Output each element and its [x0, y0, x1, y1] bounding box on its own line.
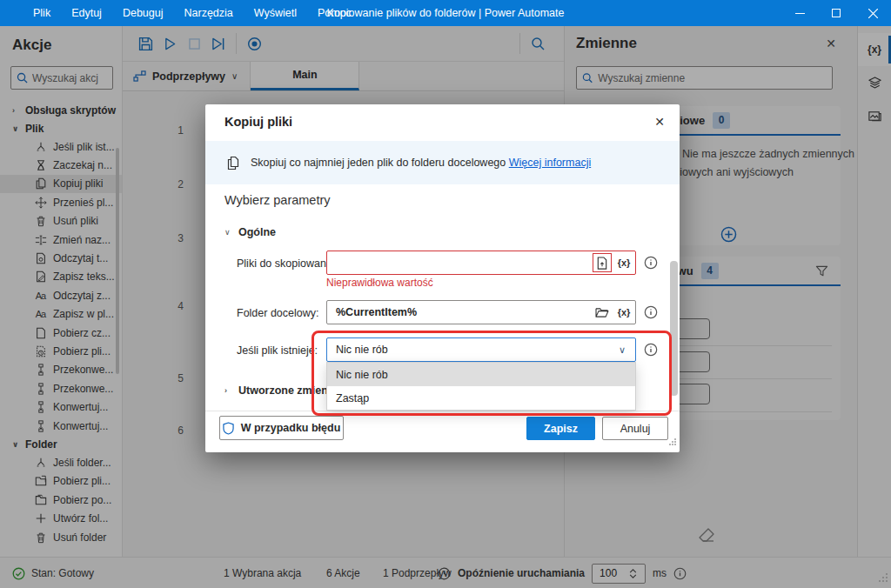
info-icon[interactable] — [644, 256, 658, 270]
chevron-down-icon: ∨ — [224, 228, 231, 237]
copy-files-dialog: Kopiuj pliki ✕ Skopiuj co najmniej jeden… — [205, 104, 680, 452]
maximize-button[interactable] — [818, 0, 854, 26]
window-controls — [781, 0, 891, 26]
created-variables-label: Utworzone zmienne — [238, 384, 340, 397]
select-file-button[interactable] — [592, 252, 613, 273]
created-variables-toggle[interactable]: › Utworzone zmienne — [224, 384, 340, 397]
destination-folder-value: %CurrentItem% — [327, 306, 592, 318]
footer-divider — [205, 411, 680, 411]
info-icon[interactable] — [644, 343, 658, 357]
on-error-button[interactable]: W przypadku błędu — [219, 416, 344, 440]
general-section-toggle[interactable]: ∨ Ogólne — [224, 226, 276, 238]
info-icon[interactable] — [644, 305, 658, 319]
files-to-copy-input[interactable]: {x} — [326, 251, 636, 275]
files-error-text: Nieprawidłowa wartość — [326, 277, 433, 289]
menu-wyświetl[interactable]: Wyświetl — [244, 0, 307, 26]
dialog-resize-grip-icon[interactable] — [668, 434, 677, 450]
cancel-button[interactable]: Anuluj — [602, 417, 668, 440]
shield-icon — [223, 422, 234, 435]
variable-picker-button[interactable]: {x} — [613, 257, 635, 268]
copy-files-icon — [226, 156, 240, 170]
select-parameters-heading: Wybierz parametry — [224, 193, 331, 207]
menu-plik[interactable]: Plik — [23, 0, 61, 26]
select-folder-button[interactable] — [592, 302, 613, 323]
destination-folder-input[interactable]: %CurrentItem% {x} — [326, 300, 636, 324]
dialog-close-icon[interactable]: ✕ — [652, 115, 667, 129]
files-to-copy-label: Pliki do skopiowania: — [237, 257, 338, 270]
menu-debuguj[interactable]: Debuguj — [112, 0, 174, 26]
window-title: Kopiowanie plików do folderów | Power Au… — [327, 7, 565, 19]
if-file-exists-value: Nic nie rób — [327, 344, 609, 356]
more-info-link[interactable]: Więcej informacji — [509, 157, 591, 169]
chevron-down-icon: ∨ — [609, 344, 635, 356]
on-error-label: W przypadku błędu — [241, 422, 341, 434]
minimize-button[interactable] — [781, 0, 818, 26]
if-file-exists-label: Jeśli plik istnieje: — [237, 344, 318, 357]
power-automate-window: PlikEdytujDebugujNarzędziaWyświetlPomoc … — [0, 0, 891, 588]
variable-picker-button[interactable]: {x} — [613, 307, 635, 317]
dialog-description-band: Skopiuj co najmniej jeden plik do folder… — [205, 141, 680, 184]
close-window-button[interactable] — [854, 0, 891, 26]
dialog-title: Kopiuj pliki — [224, 115, 292, 129]
menu-bar: PlikEdytujDebugujNarzędziaWyświetlPomoc — [0, 0, 362, 26]
file-picker-icon — [596, 257, 608, 270]
dialog-scrollbar[interactable] — [670, 261, 678, 396]
dropdown-option[interactable]: Zastąp — [327, 386, 635, 410]
folder-open-icon — [595, 307, 609, 318]
menu-narzędzia[interactable]: Narzędzia — [173, 0, 243, 26]
chevron-right-icon: › — [224, 386, 231, 395]
destination-folder-label: Folder docelowy: — [237, 307, 319, 319]
save-dialog-button[interactable]: Zapisz — [526, 417, 595, 440]
menu-edytuj[interactable]: Edytuj — [61, 0, 112, 26]
dropdown-option[interactable]: Nic nie rób — [327, 363, 635, 386]
dialog-description: Skopiuj co najmniej jeden plik do folder… — [251, 157, 591, 169]
if-file-exists-dropdown-list: Nic nie róbZastąp — [326, 362, 636, 411]
general-section-label: Ogólne — [238, 226, 276, 238]
titlebar: PlikEdytujDebugujNarzędziaWyświetlPomoc … — [0, 0, 891, 26]
if-file-exists-combobox[interactable]: Nic nie rób ∨ — [326, 337, 636, 362]
